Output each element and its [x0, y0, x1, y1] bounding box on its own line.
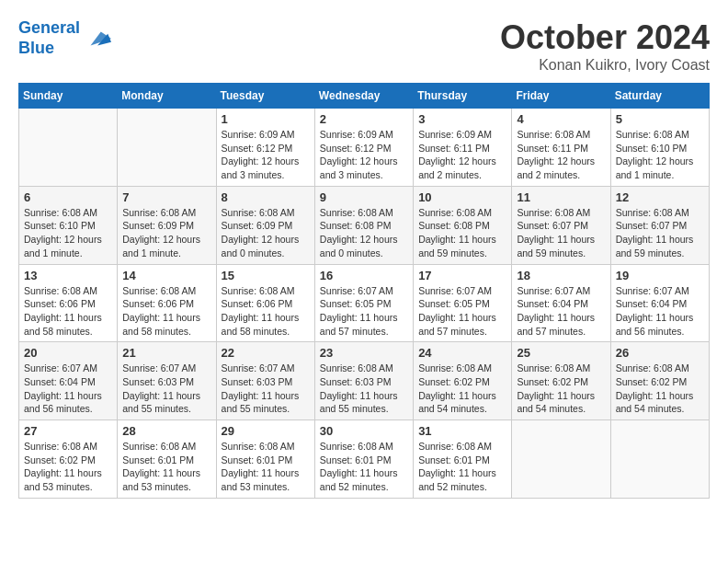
- day-info: Sunrise: 6:08 AM Sunset: 6:09 PM Dayligh…: [222, 206, 310, 260]
- calendar-day-cell: 27Sunrise: 6:08 AM Sunset: 6:02 PM Dayli…: [19, 420, 118, 499]
- calendar-day-cell: 25Sunrise: 6:08 AM Sunset: 6:02 PM Dayli…: [512, 342, 610, 420]
- day-number: 8: [222, 190, 310, 204]
- logo: GeneralBlue: [18, 18, 111, 58]
- day-number: 11: [517, 190, 605, 204]
- day-info: Sunrise: 6:08 AM Sunset: 6:02 PM Dayligh…: [418, 362, 506, 416]
- day-info: Sunrise: 6:08 AM Sunset: 6:01 PM Dayligh…: [222, 440, 310, 494]
- calendar-day-cell: 14Sunrise: 6:08 AM Sunset: 6:06 PM Dayli…: [118, 264, 216, 342]
- day-info: Sunrise: 6:09 AM Sunset: 6:12 PM Dayligh…: [320, 128, 408, 182]
- calendar-body: 1Sunrise: 6:09 AM Sunset: 6:12 PM Daylig…: [19, 109, 710, 499]
- day-number: 28: [122, 424, 210, 438]
- calendar-day-cell: 19Sunrise: 6:07 AM Sunset: 6:04 PM Dayli…: [610, 264, 709, 342]
- day-number: 20: [24, 346, 112, 360]
- calendar-day-cell: 15Sunrise: 6:08 AM Sunset: 6:06 PM Dayli…: [216, 264, 314, 342]
- day-info: Sunrise: 6:08 AM Sunset: 6:10 PM Dayligh…: [24, 206, 112, 260]
- day-number: 18: [517, 269, 605, 282]
- calendar-table: SundayMondayTuesdayWednesdayThursdayFrid…: [18, 83, 710, 499]
- day-info: Sunrise: 6:08 AM Sunset: 6:01 PM Dayligh…: [122, 440, 210, 494]
- weekday-header-cell: Thursday: [414, 84, 512, 109]
- calendar-week-row: 1Sunrise: 6:09 AM Sunset: 6:12 PM Daylig…: [19, 109, 710, 187]
- calendar-day-cell: 4Sunrise: 6:08 AM Sunset: 6:11 PM Daylig…: [512, 109, 610, 187]
- weekday-header-cell: Friday: [512, 84, 610, 109]
- day-number: 17: [418, 269, 506, 282]
- day-info: Sunrise: 6:08 AM Sunset: 6:07 PM Dayligh…: [616, 206, 704, 260]
- calendar-day-cell: 2Sunrise: 6:09 AM Sunset: 6:12 PM Daylig…: [314, 109, 413, 187]
- day-info: Sunrise: 6:08 AM Sunset: 6:01 PM Dayligh…: [418, 440, 506, 494]
- day-number: 25: [517, 346, 605, 360]
- calendar-day-cell: 3Sunrise: 6:09 AM Sunset: 6:11 PM Daylig…: [414, 109, 512, 187]
- calendar-day-cell: 9Sunrise: 6:08 AM Sunset: 6:08 PM Daylig…: [314, 186, 413, 264]
- day-info: Sunrise: 6:08 AM Sunset: 6:08 PM Dayligh…: [418, 206, 506, 260]
- day-info: Sunrise: 6:07 AM Sunset: 6:04 PM Dayligh…: [517, 284, 605, 339]
- day-info: Sunrise: 6:08 AM Sunset: 6:01 PM Dayligh…: [320, 440, 408, 494]
- day-number: 22: [222, 346, 310, 360]
- calendar-day-cell: [512, 420, 610, 499]
- calendar-day-cell: [118, 109, 216, 187]
- calendar-day-cell: 26Sunrise: 6:08 AM Sunset: 6:02 PM Dayli…: [610, 342, 709, 420]
- day-number: 15: [222, 269, 310, 282]
- day-number: 5: [616, 112, 704, 126]
- calendar-day-cell: 17Sunrise: 6:07 AM Sunset: 6:05 PM Dayli…: [414, 264, 512, 342]
- day-number: 4: [517, 112, 605, 126]
- day-info: Sunrise: 6:07 AM Sunset: 6:05 PM Dayligh…: [418, 284, 506, 339]
- month-title: October 2024: [500, 18, 710, 57]
- calendar-day-cell: 29Sunrise: 6:08 AM Sunset: 6:01 PM Dayli…: [216, 420, 314, 499]
- day-number: 24: [418, 346, 506, 360]
- day-info: Sunrise: 6:07 AM Sunset: 6:05 PM Dayligh…: [320, 284, 408, 339]
- day-info: Sunrise: 6:07 AM Sunset: 6:03 PM Dayligh…: [222, 362, 310, 416]
- weekday-header-cell: Wednesday: [314, 84, 413, 109]
- day-info: Sunrise: 6:07 AM Sunset: 6:03 PM Dayligh…: [122, 362, 210, 416]
- calendar-day-cell: [19, 109, 118, 187]
- day-info: Sunrise: 6:09 AM Sunset: 6:11 PM Dayligh…: [418, 128, 506, 182]
- calendar-day-cell: 13Sunrise: 6:08 AM Sunset: 6:06 PM Dayli…: [19, 264, 118, 342]
- calendar-day-cell: 1Sunrise: 6:09 AM Sunset: 6:12 PM Daylig…: [216, 109, 314, 187]
- location-title: Konan Kuikro, Ivory Coast: [500, 57, 710, 74]
- day-info: Sunrise: 6:08 AM Sunset: 6:02 PM Dayligh…: [616, 362, 704, 416]
- day-info: Sunrise: 6:08 AM Sunset: 6:06 PM Dayligh…: [122, 284, 210, 339]
- calendar-day-cell: 12Sunrise: 6:08 AM Sunset: 6:07 PM Dayli…: [610, 186, 709, 264]
- day-number: 7: [122, 190, 210, 204]
- day-number: 3: [418, 112, 506, 126]
- day-number: 9: [320, 190, 408, 204]
- weekday-header-cell: Saturday: [610, 84, 709, 109]
- logo-text: GeneralBlue: [18, 18, 80, 58]
- day-number: 1: [222, 112, 310, 126]
- weekday-header-cell: Sunday: [19, 84, 118, 109]
- day-info: Sunrise: 6:08 AM Sunset: 6:02 PM Dayligh…: [517, 362, 605, 416]
- weekday-header-cell: Tuesday: [216, 84, 314, 109]
- page-header: GeneralBlue October 2024 Konan Kuikro, I…: [18, 18, 710, 74]
- day-info: Sunrise: 6:08 AM Sunset: 6:10 PM Dayligh…: [616, 128, 704, 182]
- calendar-day-cell: 6Sunrise: 6:08 AM Sunset: 6:10 PM Daylig…: [19, 186, 118, 264]
- calendar-day-cell: 23Sunrise: 6:08 AM Sunset: 6:03 PM Dayli…: [314, 342, 413, 420]
- weekday-header-cell: Monday: [118, 84, 216, 109]
- calendar-day-cell: 10Sunrise: 6:08 AM Sunset: 6:08 PM Dayli…: [414, 186, 512, 264]
- day-info: Sunrise: 6:07 AM Sunset: 6:04 PM Dayligh…: [616, 284, 704, 339]
- day-info: Sunrise: 6:07 AM Sunset: 6:04 PM Dayligh…: [24, 362, 112, 416]
- calendar-day-cell: 20Sunrise: 6:07 AM Sunset: 6:04 PM Dayli…: [19, 342, 118, 420]
- calendar-week-row: 27Sunrise: 6:08 AM Sunset: 6:02 PM Dayli…: [19, 420, 710, 499]
- day-number: 19: [616, 269, 704, 282]
- day-number: 26: [616, 346, 704, 360]
- day-info: Sunrise: 6:08 AM Sunset: 6:03 PM Dayligh…: [320, 362, 408, 416]
- day-number: 6: [24, 190, 112, 204]
- day-number: 10: [418, 190, 506, 204]
- weekday-header-row: SundayMondayTuesdayWednesdayThursdayFrid…: [19, 84, 710, 109]
- day-number: 16: [320, 269, 408, 282]
- logo-icon: [84, 25, 111, 52]
- calendar-day-cell: 5Sunrise: 6:08 AM Sunset: 6:10 PM Daylig…: [610, 109, 709, 187]
- day-number: 2: [320, 112, 408, 126]
- day-info: Sunrise: 6:08 AM Sunset: 6:02 PM Dayligh…: [24, 440, 112, 494]
- calendar-day-cell: 11Sunrise: 6:08 AM Sunset: 6:07 PM Dayli…: [512, 186, 610, 264]
- calendar-week-row: 6Sunrise: 6:08 AM Sunset: 6:10 PM Daylig…: [19, 186, 710, 264]
- day-number: 23: [320, 346, 408, 360]
- day-info: Sunrise: 6:08 AM Sunset: 6:11 PM Dayligh…: [517, 128, 605, 182]
- day-info: Sunrise: 6:08 AM Sunset: 6:06 PM Dayligh…: [24, 284, 112, 339]
- day-info: Sunrise: 6:08 AM Sunset: 6:07 PM Dayligh…: [517, 206, 605, 260]
- calendar-day-cell: 16Sunrise: 6:07 AM Sunset: 6:05 PM Dayli…: [314, 264, 413, 342]
- day-number: 13: [24, 269, 112, 282]
- calendar-day-cell: 18Sunrise: 6:07 AM Sunset: 6:04 PM Dayli…: [512, 264, 610, 342]
- day-number: 12: [616, 190, 704, 204]
- calendar-week-row: 13Sunrise: 6:08 AM Sunset: 6:06 PM Dayli…: [19, 264, 710, 342]
- day-number: 21: [122, 346, 210, 360]
- calendar-day-cell: 21Sunrise: 6:07 AM Sunset: 6:03 PM Dayli…: [118, 342, 216, 420]
